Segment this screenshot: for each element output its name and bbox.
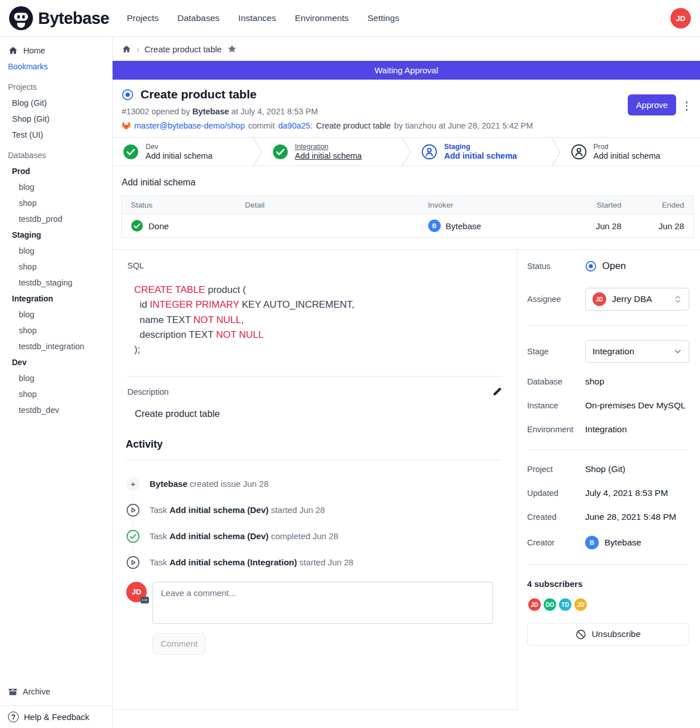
sidebar-env-integration[interactable]: Integration (0, 291, 112, 307)
col-detail: Detail (236, 196, 419, 214)
play-circle-icon (126, 503, 140, 517)
open-radio-icon (585, 260, 597, 272)
done-check-icon (131, 220, 143, 232)
user-avatar[interactable]: JD (670, 8, 691, 28)
sidebar-db-item[interactable]: testdb_integration (0, 338, 112, 354)
activity-section: Activity + Bytebase created issue Jun 28… (113, 419, 517, 655)
sql-label: SQL (127, 261, 502, 270)
commit-branch-link[interactable]: master@bytebase-demo/shop (134, 121, 245, 130)
status-value: Open (602, 260, 626, 272)
sidebar-db-item[interactable]: testdb_dev (0, 402, 112, 418)
commit-message: Create product table (316, 121, 391, 130)
breadcrumb-page-title: Create product table (144, 44, 222, 54)
approve-button[interactable]: Approve (628, 94, 676, 115)
status-label: Status (527, 262, 585, 271)
sidebar-env-prod[interactable]: Prod (0, 163, 112, 179)
up-down-chevron-icon (674, 295, 682, 304)
stage-separator (401, 138, 411, 167)
comment-input[interactable] (152, 582, 493, 624)
more-actions-icon[interactable] (684, 99, 690, 113)
unsubscribe-button[interactable]: Unsubscribe (527, 623, 689, 646)
help-feedback-button[interactable]: ? Help & Feedback (0, 705, 112, 728)
task-section-title: Add initial schema (122, 177, 694, 188)
sidebar-db-item[interactable]: testdb_staging (0, 275, 112, 291)
nav-settings[interactable]: Settings (367, 13, 399, 23)
sidebar-archive-label: Archive (23, 687, 50, 696)
activity-title: Activity (126, 439, 502, 450)
environment-value: Integration (585, 424, 627, 435)
col-invoker: Invoker (419, 196, 556, 214)
status-banner: Waiting Approval (113, 61, 700, 80)
sidebar-db-item[interactable]: blog (0, 370, 112, 386)
activity-item: Task Add initial schema (Dev) started Ju… (126, 503, 502, 517)
task-table: Status Detail Invoker Started Ended Do (121, 196, 694, 238)
sidebar-db-item[interactable]: blog (0, 307, 112, 322)
sidebar-project-shop[interactable]: Shop (Git) (0, 111, 112, 127)
sidebar-db-item[interactable]: shop (0, 386, 112, 402)
sidebar-db-item[interactable]: shop (0, 195, 112, 211)
sidebar-db-item[interactable]: blog (0, 179, 112, 195)
sidebar-project-blog[interactable]: Blog (Git) (0, 95, 112, 111)
stage-dev[interactable]: Dev Add initial schema (113, 138, 252, 166)
database-label: Database (527, 377, 585, 386)
subscribers-avatars: JD DO TD JD (527, 597, 689, 612)
edit-pencil-icon[interactable] (491, 386, 503, 398)
comment-button[interactable]: Comment (152, 633, 206, 655)
check-circle-icon (123, 144, 139, 160)
assignee-select[interactable]: JD Jerry DBA (585, 288, 689, 311)
plus-icon: + (126, 477, 140, 491)
table-row[interactable]: Done B Bytebase Jun 28 Jun 28 (122, 214, 694, 238)
instance-label: Instance (527, 401, 585, 410)
stage-staging[interactable]: Staging Add initial schema (411, 138, 551, 166)
task-ended: Jun 28 (631, 214, 694, 238)
col-status: Status (122, 196, 236, 214)
updated-label: Updated (527, 489, 585, 498)
sidebar-databases-header: Databases (0, 147, 112, 163)
subscribers-title: 4 subscribers (527, 579, 689, 589)
subscriber-avatar: DO (542, 597, 557, 612)
activity-item: + Bytebase created issue Jun 28 (126, 477, 502, 491)
sidebar-item-archive[interactable]: Archive (0, 684, 112, 700)
stage-integration[interactable]: Integration Add initial schema (262, 138, 402, 166)
creator-avatar: B (585, 536, 599, 549)
nav-databases[interactable]: Databases (177, 13, 219, 23)
bookmark-star-icon[interactable] (227, 44, 237, 54)
stage-separator (252, 138, 262, 167)
issue-title: Create product table (140, 88, 256, 101)
person-circle-icon (421, 144, 437, 160)
instance-value: On-premises Dev MySQL (585, 400, 686, 411)
sidebar-db-item[interactable]: shop (0, 322, 112, 338)
sidebar-db-item[interactable]: shop (0, 259, 112, 275)
sidebar-db-item[interactable]: blog (0, 243, 112, 259)
issue-meta: #13002 opened by Bytebase at July 4, 202… (122, 107, 691, 116)
nav-projects[interactable]: Projects (127, 13, 159, 23)
sidebar-env-staging[interactable]: Staging (0, 227, 112, 243)
sidebar-env-dev[interactable]: Dev (0, 354, 112, 370)
stage-prod[interactable]: Prod Add initial schema (561, 138, 700, 166)
bytebase-logo[interactable]: Bytebase (9, 6, 109, 30)
assignee-value: Jerry DBA (612, 294, 668, 304)
nav-instances[interactable]: Instances (238, 13, 276, 23)
task-invoker: Bytebase (446, 221, 482, 231)
commit-byline: by tianzhou at June 28, 2021 5:42 PM (394, 121, 533, 130)
sidebar-item-home[interactable]: Home (0, 43, 112, 59)
assignee-label: Assignee (527, 295, 585, 304)
stage-select[interactable]: Integration (585, 340, 689, 363)
nav-environments[interactable]: Environments (295, 13, 349, 23)
sidebar-home-label: Home (23, 46, 45, 55)
environment-label: Environment (527, 425, 585, 434)
breadcrumb-separator: › (136, 44, 139, 54)
issue-header: Create product table #13002 opened by By… (113, 80, 700, 137)
breadcrumb-home-icon[interactable] (122, 44, 131, 54)
updated-value: July 4, 2021 8:53 PM (585, 488, 668, 498)
subscriber-avatar: JD (527, 597, 542, 612)
commit-hash-link[interactable]: da90a25: (278, 121, 312, 130)
sidebar-project-test[interactable]: Test (UI) (0, 127, 112, 143)
help-icon: ? (8, 712, 19, 722)
sidebar-item-bookmarks[interactable]: Bookmarks (0, 59, 112, 75)
stage-label: Stage (527, 347, 585, 356)
gitlab-icon (122, 122, 131, 130)
sidebar-db-item[interactable]: testdb_prod (0, 211, 112, 227)
project-label: Project (527, 465, 585, 474)
subscriber-avatar: TD (558, 597, 573, 612)
